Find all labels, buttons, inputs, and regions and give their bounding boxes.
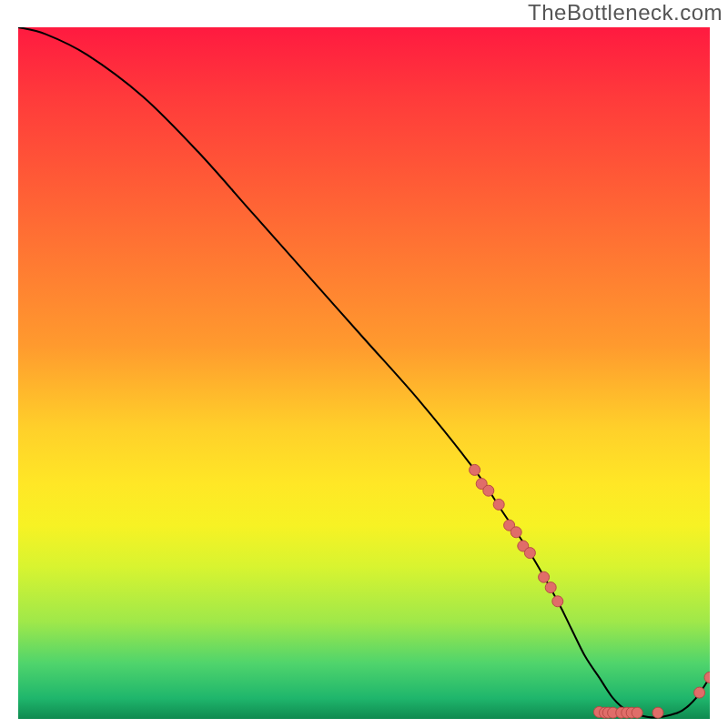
plot-area bbox=[18, 27, 710, 719]
curve-marker bbox=[483, 485, 494, 496]
curve-marker bbox=[704, 672, 710, 682]
watermark-text: TheBottleneck.com bbox=[528, 0, 723, 25]
curve-layer bbox=[18, 27, 710, 719]
curve-marker bbox=[545, 582, 556, 593]
bottleneck-curve bbox=[18, 27, 710, 717]
curve-marker bbox=[539, 571, 550, 582]
curve-marker bbox=[552, 596, 563, 607]
curve-marker bbox=[694, 687, 705, 698]
curve-marker bbox=[511, 527, 521, 538]
curve-marker bbox=[652, 707, 663, 718]
curve-marker bbox=[632, 707, 642, 718]
curve-marker bbox=[470, 464, 480, 475]
curve-markers bbox=[470, 464, 710, 718]
curve-marker bbox=[493, 499, 504, 510]
chart-container: TheBottleneck.com bbox=[0, 0, 728, 728]
curve-marker bbox=[524, 548, 535, 559]
